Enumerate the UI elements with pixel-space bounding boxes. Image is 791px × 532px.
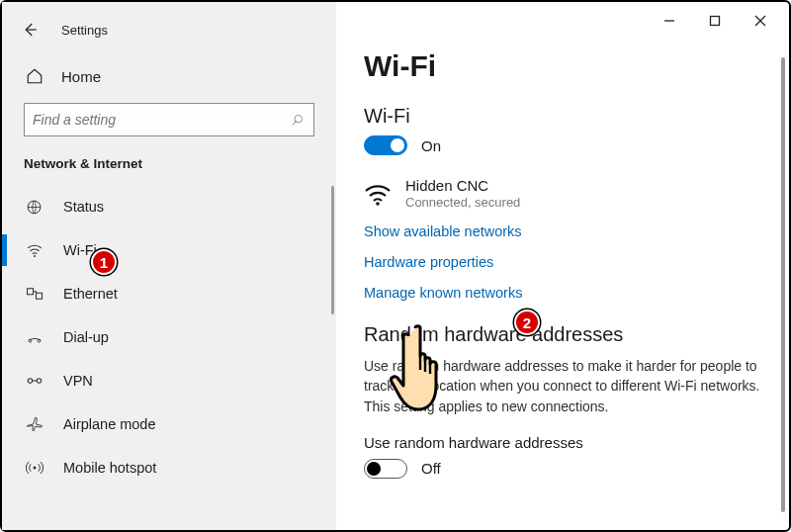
svg-point-11 (376, 202, 380, 206)
window-controls (647, 6, 783, 36)
sidebar-item-status[interactable]: Status (2, 185, 336, 228)
random-hw-title: Random hardware addresses (364, 323, 761, 346)
settings-title: Settings (61, 23, 108, 38)
svg-point-5 (29, 339, 32, 342)
random-hw-sublabel: Use random hardware addresses (364, 434, 761, 451)
sidebar-item-label: Wi-Fi (63, 242, 97, 258)
search-wrap (2, 97, 336, 142)
connection-status: Connected, secured (405, 195, 520, 210)
wifi-section-title: Wi-Fi (364, 105, 761, 128)
sidebar-item-label: VPN (63, 373, 93, 389)
sidebar: Settings Home Network & Internet Status (2, 2, 336, 530)
page-title: Wi-Fi (364, 49, 761, 83)
svg-rect-3 (28, 289, 34, 295)
search-input[interactable] (33, 112, 288, 128)
sidebar-item-label: Status (63, 199, 104, 215)
window: Settings Home Network & Internet Status (0, 0, 791, 532)
wifi-signal-icon (364, 182, 392, 206)
airplane-icon (26, 415, 45, 433)
random-hw-toggle[interactable] (364, 459, 407, 479)
close-button[interactable] (738, 6, 783, 36)
back-icon[interactable] (20, 20, 40, 40)
vpn-icon (26, 374, 45, 388)
random-hw-desc: Use random hardware addresses to make it… (364, 356, 761, 416)
search-box[interactable] (24, 103, 314, 136)
current-connection[interactable]: Hidden CNC Connected, secured (364, 177, 761, 210)
link-hardware-properties[interactable]: Hardware properties (364, 254, 493, 270)
sidebar-item-label: Airplane mode (63, 416, 156, 432)
home-icon (26, 67, 44, 85)
globe-icon (26, 199, 45, 216)
search-icon (288, 111, 306, 129)
home-button[interactable]: Home (2, 55, 336, 97)
hotspot-icon (26, 459, 45, 477)
svg-point-6 (38, 339, 41, 342)
sidebar-item-label: Dial-up (63, 329, 109, 345)
sidebar-scrollbar[interactable] (331, 186, 334, 314)
sidebar-item-wifi[interactable]: Wi-Fi (2, 228, 336, 272)
svg-rect-10 (711, 17, 720, 26)
svg-point-9 (34, 467, 37, 470)
random-hw-state: Off (421, 460, 441, 477)
ethernet-icon (26, 287, 45, 301)
maximize-button[interactable] (692, 6, 738, 36)
wifi-toggle-state: On (421, 137, 441, 154)
wifi-icon (26, 241, 45, 259)
sidebar-item-hotspot[interactable]: Mobile hotspot (2, 446, 336, 489)
home-label: Home (61, 68, 101, 85)
sidebar-item-label: Mobile hotspot (63, 460, 156, 476)
svg-rect-4 (37, 293, 43, 299)
sidebar-item-vpn[interactable]: VPN (2, 359, 336, 402)
nav-list: Status Wi-Fi Ethernet Dial-up VPN Airpla… (2, 185, 336, 489)
minimize-button[interactable] (647, 6, 692, 36)
sidebar-item-ethernet[interactable]: Ethernet (2, 272, 336, 315)
connection-name: Hidden CNC (405, 177, 520, 194)
dialup-icon (26, 330, 45, 344)
section-header: Network & Internet (2, 142, 336, 181)
wifi-toggle[interactable] (364, 135, 407, 155)
svg-point-8 (37, 379, 42, 384)
sidebar-item-dialup[interactable]: Dial-up (2, 315, 336, 359)
svg-point-7 (28, 379, 33, 384)
link-show-available[interactable]: Show available networks (364, 223, 522, 239)
main-scrollbar[interactable] (781, 57, 785, 512)
main-panel: Wi-Fi Wi-Fi On Hidden CNC Connected, sec… (336, 2, 789, 530)
sidebar-item-label: Ethernet (63, 286, 118, 302)
link-manage-known[interactable]: Manage known networks (364, 285, 522, 301)
svg-point-0 (295, 115, 303, 123)
sidebar-item-airplane[interactable]: Airplane mode (2, 402, 336, 446)
header-row: Settings (2, 10, 336, 49)
svg-point-2 (34, 255, 36, 257)
